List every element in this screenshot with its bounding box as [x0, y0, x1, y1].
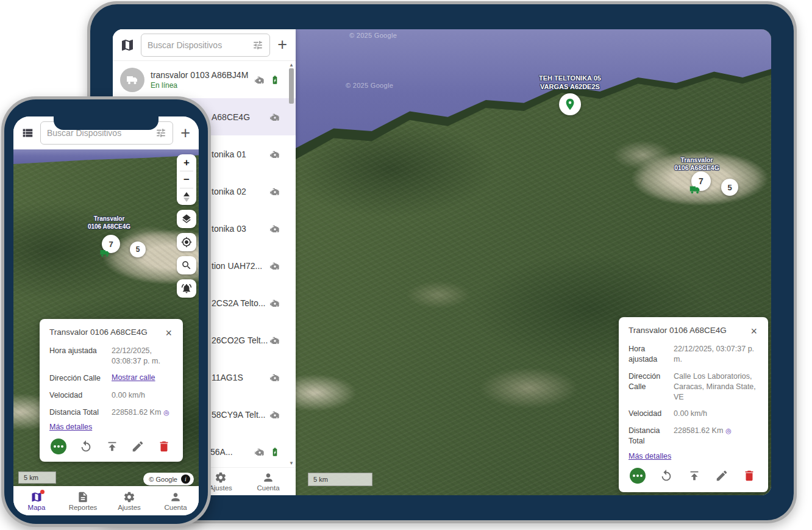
scroll-down-icon[interactable]: ▼ — [288, 460, 295, 466]
device-status: En línea — [151, 81, 249, 90]
filter-tune-icon[interactable] — [252, 40, 263, 51]
field-label: Hora ajustada — [49, 346, 105, 367]
google-watermark: © 2025 Google — [349, 32, 397, 39]
gear-icon — [215, 471, 227, 484]
map-controls: + − — [177, 154, 196, 298]
map-search-button[interactable] — [177, 256, 196, 274]
more-options-button[interactable] — [51, 439, 66, 454]
pin-marker-label: TEH TELTONIKA 05 VARGAS A62DE2S — [539, 74, 601, 91]
truck-icon — [125, 73, 140, 87]
device-name: 58CY9A Telt... — [212, 410, 264, 420]
close-icon[interactable]: × — [164, 328, 173, 338]
phone-bezel: Buscar Dispositivos + Transvalor 0106 A6… — [4, 99, 208, 524]
device-info-card: Transvalor 0106 A68CE4G × Hora ajustada2… — [40, 319, 183, 462]
nav-item-mapa[interactable]: Mapa — [13, 491, 60, 511]
sea-area — [13, 149, 199, 164]
tablet-map[interactable]: © 2025 Google © 2025 Google TEH TELTONIK… — [296, 29, 771, 495]
card-actions — [49, 437, 173, 456]
pin-marker[interactable] — [559, 93, 581, 115]
zoom-in-button[interactable]: + — [177, 154, 196, 171]
nav-label: Ajustes — [118, 504, 141, 511]
phone-map[interactable]: Transvalor 0106 A68CE4G 7 5 + — [13, 149, 199, 486]
map-attribution: © Google i — [143, 473, 194, 485]
nav-label: Cuenta — [257, 484, 279, 492]
device-name: A68CE4G — [212, 112, 264, 122]
filter-tune-icon[interactable] — [155, 127, 166, 138]
attribution-text: © Google — [149, 476, 177, 483]
pin-marker-group[interactable]: TEH TELTONIKA 05 VARGAS A62DE2S — [539, 74, 601, 115]
accuracy-icon[interactable]: ◎ — [725, 427, 732, 434]
replay-icon[interactable] — [79, 440, 93, 453]
device-name: transvalor 0103 A86BJ4M — [151, 70, 249, 80]
field-value: 22/12/2025, 03:08:37 p. m. — [112, 346, 173, 367]
show-street-link[interactable]: Mostrar calle — [112, 373, 155, 384]
notification-dot — [40, 490, 45, 494]
nav-label: Reportes — [69, 504, 98, 511]
card-actions — [629, 467, 758, 485]
info-icon[interactable]: i — [181, 474, 190, 484]
map-icon[interactable] — [120, 38, 135, 52]
scroll-up-icon[interactable]: ▲ — [288, 62, 295, 68]
close-icon[interactable]: × — [749, 326, 758, 337]
cluster-marker-5[interactable]: 5 — [721, 179, 738, 196]
screenshot-canvas: Buscar Dispositivos + transvalor 0103 A8… — [0, 0, 812, 530]
search-icon — [181, 260, 192, 271]
layers-button[interactable] — [177, 210, 196, 228]
more-options-button[interactable] — [630, 468, 646, 484]
more-details-link[interactable]: Más detalles — [49, 423, 92, 431]
engine-icon — [270, 261, 280, 271]
nav-item-ajustes[interactable]: Ajustes — [106, 491, 152, 511]
person-icon — [262, 471, 274, 484]
tilt-control[interactable] — [177, 188, 196, 205]
edit-pencil-icon[interactable] — [715, 469, 728, 482]
nav-item-reportes[interactable]: Reportes — [60, 491, 106, 511]
search-placeholder: Buscar Dispositivos — [148, 40, 248, 50]
add-device-button[interactable]: + — [179, 125, 191, 141]
engine-icon — [270, 410, 280, 420]
tablet-screen: Buscar Dispositivos + transvalor 0103 A8… — [113, 29, 771, 495]
field-label: Dirección Calle — [629, 371, 668, 403]
engine-icon — [255, 447, 265, 457]
more-details-link[interactable]: Más detalles — [629, 452, 671, 460]
nav-item-cuenta[interactable]: Cuenta — [244, 471, 292, 492]
truck-marker-icon[interactable] — [99, 247, 111, 259]
field-value: 228581.62 Km◎ — [112, 407, 169, 418]
nav-label: Ajustes — [209, 484, 232, 492]
cluster-marker-5[interactable]: 5 — [130, 242, 146, 257]
map-scale: 5 km — [18, 471, 56, 484]
upload-icon[interactable] — [105, 440, 119, 453]
cluster-marker-label: Transvalor 0106 A68CE4G — [88, 215, 130, 231]
replay-icon[interactable] — [660, 469, 673, 482]
my-location-icon — [181, 237, 192, 248]
device-info-card: Transvalor 0106 A68CE4G × Hora ajustada2… — [619, 317, 768, 492]
list-scrollbar[interactable]: ▲ ▼ — [288, 61, 295, 467]
tablet-topbar: Buscar Dispositivos + — [113, 29, 296, 61]
truck-marker-icon[interactable] — [688, 183, 702, 196]
delete-trash-icon[interactable] — [157, 440, 171, 453]
my-location-button[interactable] — [177, 233, 196, 251]
upload-icon[interactable] — [688, 469, 701, 482]
delete-trash-icon[interactable] — [743, 469, 756, 482]
field-label: Dirección Calle — [49, 373, 105, 384]
scrollbar-thumb[interactable] — [289, 68, 294, 104]
add-device-button[interactable]: + — [276, 37, 288, 53]
notifications-button[interactable] — [177, 279, 196, 298]
device-row[interactable]: transvalor 0103 A86BJ4M En línea — [113, 61, 296, 98]
accuracy-icon[interactable]: ◎ — [163, 409, 169, 416]
cluster-marker-group[interactable]: Transvalor 0106 A68CE4G — [674, 156, 719, 172]
engine-icon — [270, 298, 280, 308]
zoom-out-button[interactable]: − — [177, 171, 196, 188]
engine-icon — [270, 187, 280, 196]
field-value: 0.00 km/h — [674, 409, 707, 419]
edit-pencil-icon[interactable] — [131, 440, 144, 453]
phone-bottom-nav: Mapa Reportes Ajustes Cuenta — [13, 486, 199, 515]
cluster-marker-group[interactable]: Transvalor 0106 A68CE4G — [88, 215, 130, 231]
device-name: 2CS2A Telto... — [212, 298, 264, 308]
device-list-icon[interactable] — [21, 126, 34, 140]
nav-item-cuenta[interactable]: Cuenta — [152, 491, 199, 511]
engine-icon — [270, 335, 280, 345]
search-input[interactable]: Buscar Dispositivos — [141, 34, 270, 57]
phone-notch — [54, 115, 158, 130]
layers-icon — [181, 213, 192, 224]
device-name: 26CO2G Telt... — [212, 335, 264, 345]
